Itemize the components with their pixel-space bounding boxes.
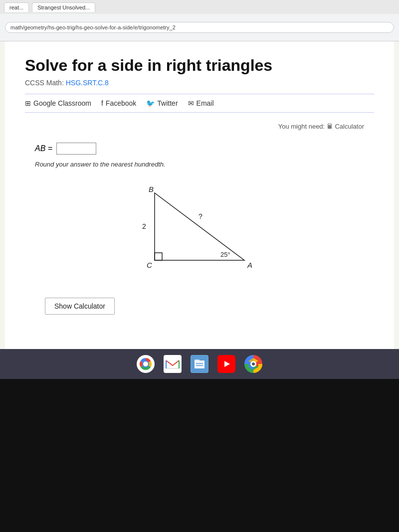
url-bar[interactable]: math/geometry/hs-geo-trig/hs-geo-solve-f… [5,22,394,33]
ccss-link[interactable]: HSG.SRT.C.8 [66,79,109,87]
play-taskbar-icon[interactable] [244,355,262,373]
page-title: Solve for a side in right triangles [25,56,374,75]
facebook-share[interactable]: f Facebook [101,99,136,107]
side-2-label: 2 [142,222,146,230]
svg-point-4 [143,361,148,366]
browser-chrome: math/geometry/hs-geo-trig/hs-geo-solve-f… [0,14,399,41]
diagram-container: B C A 2 ? 25° [35,183,364,283]
calculator-icon: 🖩 [327,123,333,130]
chrome-taskbar-icon[interactable] [137,355,155,373]
triangle-diagram: B C A 2 ? 25° [125,183,274,283]
answer-row: AB = [35,143,364,155]
browser-tabs: reat... Strangest Unsolved... [0,0,399,14]
answer-label: AB = [35,144,52,153]
vertex-b-label: B [149,185,154,193]
svg-rect-7 [195,360,204,368]
problem-section: AB = Round your answer to the nearest hu… [25,143,374,315]
calculator-hint: You might need: 🖩 Calculator [25,123,374,130]
vertex-a-label: A [247,261,252,269]
email-share[interactable]: ✉ Email [188,99,214,107]
svg-rect-1 [155,253,162,260]
svg-point-15 [252,362,255,365]
question-mark-label: ? [199,212,202,220]
google-classroom-icon: ⊞ [25,99,31,107]
angle-label: 25° [220,251,230,258]
files-taskbar-icon[interactable] [191,355,208,373]
svg-marker-0 [155,193,244,260]
dark-area [0,379,399,532]
email-icon: ✉ [188,99,194,107]
svg-rect-8 [195,359,200,361]
youtube-taskbar-icon[interactable] [217,355,235,373]
twitter-share[interactable]: 🐦 Twitter [146,99,178,107]
facebook-icon: f [101,99,103,107]
tab-1[interactable]: reat... [4,2,29,12]
content-area: Solve for a side in right triangles CCSS… [0,41,399,379]
taskbar [0,349,399,379]
answer-input[interactable] [56,143,96,155]
share-bar: ⊞ Google Classroom f Facebook 🐦 Twitter … [25,94,374,113]
twitter-icon: 🐦 [146,99,155,107]
tab-2[interactable]: Strangest Unsolved... [32,2,95,12]
google-classroom-share[interactable]: ⊞ Google Classroom [25,99,91,107]
page-content: Solve for a side in right triangles CCSS… [5,41,394,379]
round-instruction: Round your answer to the nearest hundred… [35,161,364,168]
ccss-reference: CCSS Math: HSG.SRT.C.8 [25,79,374,87]
gmail-taskbar-icon[interactable] [164,355,182,373]
show-calculator-button[interactable]: Show Calculator [45,298,115,315]
vertex-c-label: C [147,261,152,269]
